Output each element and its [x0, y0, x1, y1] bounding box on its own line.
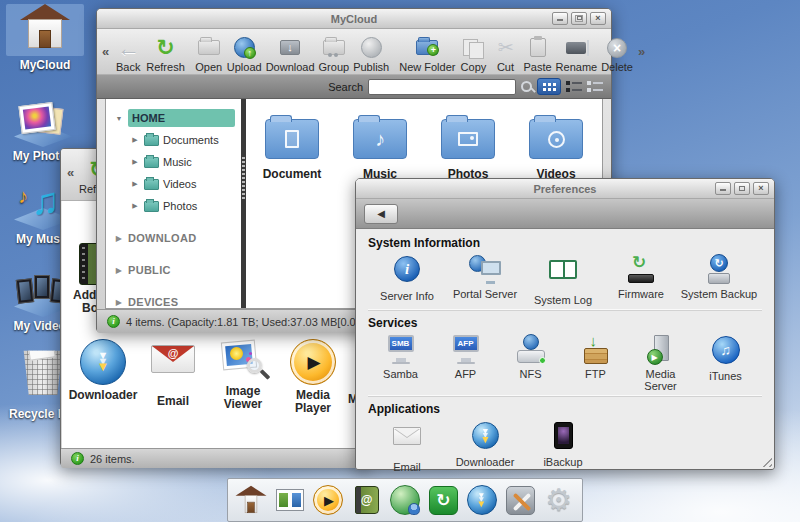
maximize-button[interactable] [734, 182, 750, 195]
desktop-icon-mycloud[interactable]: MyCloud [6, 2, 84, 72]
pref-item-server-info[interactable]: i Server Info [368, 254, 446, 306]
file-item-photos[interactable]: Photos [430, 113, 506, 181]
itunes-icon: ♫ [712, 336, 740, 364]
group-button[interactable]: Group [317, 31, 352, 73]
search-icon[interactable] [521, 81, 532, 92]
pref-item-ftp[interactable]: ↓ FTP [563, 334, 628, 392]
folder-tree: ▼ HOME ▶ Documents ▶ Music ▶ Videos ▶ Ph… [106, 99, 241, 308]
pref-item-system-backup[interactable]: ↻ System Backup [680, 254, 758, 306]
mycloud-house-icon [6, 4, 84, 56]
pane-splitter[interactable] [241, 99, 246, 308]
back-icon: ← [117, 37, 140, 59]
group-icon [323, 40, 345, 55]
tree-item-documents[interactable]: ▶ Documents [106, 129, 241, 151]
upload-button[interactable]: ↑ Upload [225, 31, 264, 73]
expanded-arrow-icon[interactable]: ▼ [114, 115, 124, 122]
dock-photo-album-icon[interactable] [273, 483, 307, 517]
pref-item-nfs[interactable]: NFS [498, 334, 563, 392]
open-button[interactable]: Open [193, 31, 225, 73]
toolbar-scroll-left-icon[interactable]: « [99, 44, 112, 59]
publish-button[interactable]: Publish [351, 31, 391, 73]
afp-icon: AFP [448, 334, 484, 366]
mycloud-titlebar[interactable]: MyCloud × [97, 9, 611, 29]
new-folder-button[interactable]: + New Folder [397, 31, 457, 73]
toolbar-scroll-left-icon[interactable]: « [64, 165, 77, 180]
dock-group-share-icon[interactable] [388, 483, 422, 517]
app-item-email[interactable]: @ Email [138, 339, 208, 408]
pref-item-system-log[interactable]: System Log [524, 254, 602, 306]
tree-item-videos[interactable]: ▶ Videos [106, 173, 241, 195]
prefs-back-button[interactable]: ◀ [364, 204, 398, 224]
download-icon: ↓ [280, 40, 300, 55]
list-view-button[interactable] [587, 81, 603, 92]
tree-item-public[interactable]: ▶PUBLIC [106, 259, 241, 281]
grid-view-button[interactable] [537, 78, 561, 95]
close-button[interactable]: × [590, 12, 606, 25]
tree-item-music[interactable]: ▶ Music [106, 151, 241, 173]
preferences-titlebar[interactable]: Preferences × [356, 179, 774, 199]
folder-icon [144, 135, 159, 146]
pref-item-portal-server[interactable]: Portal Server [446, 254, 524, 306]
tree-item-devices[interactable]: ▶DEVICES [106, 291, 241, 308]
folder-icon [144, 201, 159, 212]
app-item-label: Media Player [278, 389, 348, 415]
server-info-icon: i [394, 256, 420, 282]
dock-address-book-icon[interactable]: @ [350, 483, 384, 517]
dock-mycloud-home-icon[interactable] [234, 483, 268, 517]
app-item-media-player[interactable]: ▶ Media Player [278, 339, 348, 415]
dock-settings-gear-icon[interactable]: ⚙ [542, 483, 576, 517]
pref-item-email[interactable]: Email [368, 420, 446, 473]
app-item-downloader[interactable]: ▼▼▼ Downloader [68, 339, 138, 402]
info-icon: i [107, 315, 120, 328]
apps-status-text: 26 items. [90, 453, 135, 465]
pref-item-firmware[interactable]: ↻ Firmware [602, 254, 680, 306]
info-icon: i [71, 452, 84, 465]
minimize-button[interactable] [552, 12, 568, 25]
detail-view-button[interactable] [566, 81, 582, 92]
pref-item-afp[interactable]: AFP AFP [433, 334, 498, 392]
delete-button[interactable]: × Delete [599, 31, 635, 73]
tree-item-photos[interactable]: ▶ Photos [106, 195, 241, 217]
tree-item-download[interactable]: ▶DOWNLOAD [106, 227, 241, 249]
app-item-label: Downloader [68, 389, 138, 402]
dock: ▶ @ ↻ ▼▼▼ ⚙ [227, 478, 583, 522]
pref-item-media-server[interactable]: ▶ Media Server [628, 334, 693, 392]
toolbar-scroll-right-icon[interactable]: » [635, 44, 648, 59]
section-heading: Applications [368, 402, 762, 416]
restore-button[interactable] [571, 12, 587, 25]
portal-server-icon [467, 254, 503, 286]
image-viewer-icon [220, 339, 266, 381]
rename-button[interactable]: Rename [554, 31, 600, 73]
section-system-information: System Information i Server Info Portal … [368, 231, 762, 310]
dock-media-player-icon[interactable]: ▶ [311, 483, 345, 517]
close-button[interactable]: × [753, 182, 769, 195]
ibackup-icon [554, 422, 573, 449]
dock-downloader-icon[interactable]: ▼▼▼ [465, 483, 499, 517]
open-folder-icon [198, 40, 220, 55]
refresh-button[interactable]: ↻ Refresh [144, 31, 187, 73]
pref-item-samba[interactable]: SMB Samba [368, 334, 433, 392]
paste-icon [530, 38, 546, 57]
pref-item-ibackup[interactable]: iBackup [524, 420, 602, 473]
back-button[interactable]: ← Back [112, 31, 144, 73]
copy-button[interactable]: Copy [457, 31, 489, 73]
search-label: Search [328, 81, 363, 93]
pref-item-downloader[interactable]: ▼▼▼ Downloader [446, 420, 524, 473]
file-item-videos[interactable]: Videos [518, 113, 594, 181]
download-button[interactable]: ↓ Download [264, 31, 317, 73]
file-item-music[interactable]: ♪ Music [342, 113, 418, 181]
file-item-documents[interactable]: Document [254, 113, 330, 181]
rename-icon [566, 42, 586, 54]
system-backup-icon: ↻ [701, 254, 737, 286]
dock-system-tools-icon[interactable] [503, 483, 537, 517]
email-icon: @ [151, 345, 195, 373]
cut-button[interactable]: ✂ Cut [489, 31, 521, 73]
search-input[interactable] [368, 79, 516, 95]
app-item-image-viewer[interactable]: Image Viewer [208, 339, 278, 411]
tree-item-home[interactable]: ▼ HOME [106, 107, 241, 129]
desktop-icon-label: MyCloud [6, 59, 84, 72]
paste-button[interactable]: Paste [521, 31, 553, 73]
pref-item-itunes[interactable]: ♫ iTunes [693, 334, 758, 392]
dock-backup-sync-icon[interactable]: ↻ [426, 483, 460, 517]
minimize-button[interactable] [715, 182, 731, 195]
